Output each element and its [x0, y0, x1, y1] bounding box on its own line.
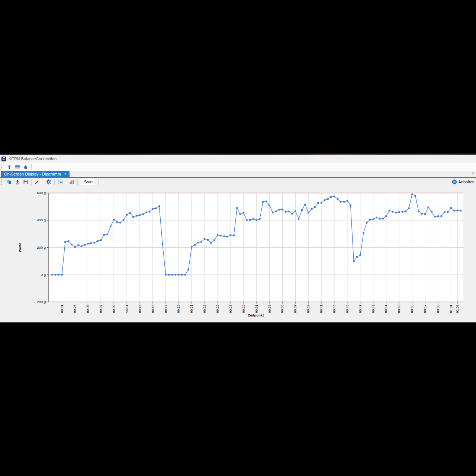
window-title: KERN BalanceConnection	[9, 157, 57, 161]
data-point	[282, 208, 283, 210]
data-point	[372, 218, 374, 220]
save-as-icon[interactable]	[15, 179, 20, 185]
x-tick-label: 00:05	[86, 305, 90, 313]
data-point	[207, 239, 209, 241]
data-point	[161, 243, 163, 245]
data-point	[450, 207, 452, 209]
y-axis-title: Werte	[18, 243, 22, 252]
toolbar-separator	[54, 179, 55, 185]
data-point	[171, 274, 173, 276]
data-point	[340, 201, 342, 203]
gear-icon[interactable]	[46, 179, 52, 185]
x-tick-label: 00:49	[372, 305, 375, 313]
data-point	[359, 254, 361, 256]
data-point	[119, 222, 121, 223]
toolbar-separator	[66, 179, 66, 185]
data-point	[295, 210, 296, 212]
data-point	[145, 212, 147, 213]
tab-bar: On-Screen Display - Diagramm × ▾	[0, 171, 476, 178]
data-point	[418, 210, 419, 212]
import-icon[interactable]	[6, 164, 12, 170]
data-point	[411, 193, 413, 195]
statistics-icon[interactable]	[69, 179, 75, 185]
data-point	[236, 207, 238, 209]
table-icon[interactable]	[15, 164, 20, 170]
pause-button-label[interactable]: Anhalten	[459, 180, 475, 184]
data-point	[343, 201, 345, 203]
data-point	[71, 244, 73, 245]
data-point	[402, 211, 403, 213]
x-tick-label: 00:19	[177, 305, 180, 313]
x-tick-label: 00:57	[423, 305, 427, 313]
touch-icon[interactable]	[23, 164, 29, 170]
y-tick-label: 200 g	[37, 245, 46, 250]
save-icon[interactable]	[23, 179, 29, 185]
data-point	[424, 213, 426, 215]
data-point	[242, 212, 244, 214]
chevron-down-icon[interactable]: ▾	[472, 171, 474, 175]
data-point	[136, 215, 138, 217]
data-point	[389, 210, 390, 212]
toolbar-grip[interactable]	[1, 164, 4, 170]
x-tick-label: 00:29	[242, 305, 245, 313]
data-point	[444, 211, 446, 213]
data-point	[132, 216, 134, 218]
data-point	[103, 234, 105, 236]
data-point	[272, 212, 274, 213]
data-point	[288, 210, 290, 212]
export-image-icon[interactable]	[57, 179, 63, 185]
main-toolbar	[0, 163, 476, 171]
data-point	[220, 235, 222, 237]
x-tick-label: 00:55	[410, 305, 414, 313]
data-point	[379, 218, 381, 220]
data-point	[74, 246, 76, 248]
data-point	[314, 206, 316, 208]
tab-label: On-Screen Display - Diagramm	[4, 171, 61, 177]
data-point	[324, 199, 325, 201]
start-button[interactable]: Start	[81, 179, 96, 185]
x-tick-label: 00:59	[436, 305, 440, 313]
data-point	[363, 232, 364, 234]
copy-icon[interactable]	[6, 179, 12, 185]
tab-close-icon[interactable]: ×	[64, 171, 67, 177]
wand-icon[interactable]	[34, 179, 40, 185]
data-point	[382, 218, 384, 219]
data-point	[275, 210, 277, 212]
app-window: C KERN BalanceConnection O	[0, 154, 476, 322]
data-point	[330, 196, 332, 198]
x-tick-label: 00:39	[306, 305, 310, 313]
data-point	[246, 219, 248, 221]
x-tick-label: 00:17	[164, 305, 168, 313]
data-point	[447, 211, 449, 213]
pause-control[interactable]: Anhalten	[452, 178, 475, 186]
data-point	[301, 209, 303, 211]
data-point	[178, 274, 180, 276]
x-tick-label: 00:27	[229, 305, 232, 313]
x-tick-label: 00:07	[99, 305, 103, 313]
data-point	[152, 208, 154, 210]
data-point	[395, 212, 397, 213]
data-point	[126, 214, 128, 216]
data-point	[385, 215, 387, 217]
titlebar: C KERN BalanceConnection	[0, 155, 476, 163]
data-point	[142, 213, 144, 215]
data-point	[194, 244, 196, 246]
toolbar-grip[interactable]	[1, 179, 4, 185]
pause-icon[interactable]	[452, 179, 457, 184]
data-point	[233, 234, 235, 236]
toolbar-separator	[43, 179, 43, 185]
data-point	[97, 240, 99, 242]
data-point	[93, 242, 95, 244]
tab-onscreen-display-diagramm[interactable]: On-Screen Display - Diagramm ×	[1, 171, 70, 177]
data-point	[255, 219, 257, 221]
x-tick-label: 00:01	[60, 305, 64, 313]
x-tick-label: 00:45	[345, 305, 349, 313]
app-logo: C	[1, 157, 6, 161]
y-tick-label: -200 g	[36, 300, 46, 304]
data-point	[437, 215, 439, 217]
data-point	[123, 219, 125, 221]
data-point	[460, 210, 462, 212]
x-tick-label: 00:25	[216, 305, 219, 313]
x-tick-label: 00:47	[358, 305, 362, 313]
data-point	[174, 274, 176, 276]
